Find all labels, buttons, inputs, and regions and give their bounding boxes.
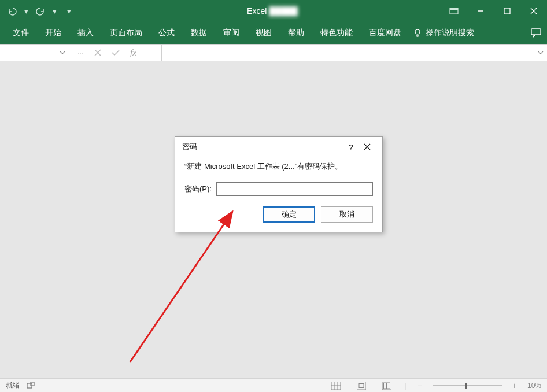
password-dialog: 密码 ? “新建 Microsoft Excel 工作表 (2...”有密码保护…: [175, 136, 383, 232]
tell-me-search[interactable]: 操作说明搜索: [413, 28, 474, 38]
view-page-layout-button[interactable]: [354, 380, 369, 391]
chevron-down-icon: [538, 50, 544, 56]
workspace: 密码 ? “新建 Microsoft Excel 工作表 (2...”有密码保护…: [0, 61, 547, 378]
tab-view[interactable]: 视图: [247, 22, 280, 44]
dialog-close-button[interactable]: [359, 139, 375, 155]
formula-bar: ⋮ fx: [0, 44, 547, 61]
tab-home[interactable]: 开始: [37, 22, 69, 44]
dialog-help-button[interactable]: ?: [343, 139, 359, 155]
tab-baidu-netdisk[interactable]: 百度网盘: [361, 22, 409, 44]
formula-controls: ⋮ fx: [69, 45, 162, 61]
svg-point-6: [415, 29, 420, 34]
window-title: Excel█████: [247, 6, 300, 16]
close-button[interactable]: [520, 0, 547, 22]
undo-button[interactable]: [5, 3, 20, 19]
tab-review[interactable]: 审阅: [215, 22, 247, 44]
formula-input[interactable]: [162, 45, 547, 61]
tab-insert[interactable]: 插入: [69, 22, 102, 44]
tab-help[interactable]: 帮助: [280, 22, 312, 44]
tab-features[interactable]: 特色功能: [312, 22, 361, 44]
minimize-button[interactable]: [467, 0, 494, 22]
grip-icon: ⋮: [77, 50, 84, 55]
tab-file[interactable]: 文件: [5, 22, 37, 44]
svg-rect-3: [504, 8, 510, 14]
svg-rect-17: [31, 382, 34, 386]
zoom-slider[interactable]: [433, 385, 502, 386]
window-controls: [441, 0, 547, 22]
macro-record-icon[interactable]: [27, 382, 35, 390]
tell-me-label: 操作说明搜索: [426, 28, 474, 38]
quick-access-toolbar: ▾ ▾ ▾: [5, 3, 72, 19]
zoom-out-button[interactable]: −: [417, 381, 422, 390]
password-label: 密码(P):: [184, 184, 212, 194]
title-bar: ▾ ▾ ▾ Excel█████: [0, 0, 547, 22]
comments-icon[interactable]: [531, 28, 541, 38]
status-bar: 就绪 | − + 10%: [0, 378, 547, 392]
view-page-break-button[interactable]: [379, 380, 394, 391]
svg-rect-25: [384, 383, 387, 389]
lightbulb-icon: [413, 28, 422, 38]
redo-button[interactable]: [33, 3, 48, 19]
tab-page-layout[interactable]: 页面布局: [102, 22, 150, 44]
dialog-titlebar: 密码 ?: [175, 137, 382, 157]
name-box[interactable]: [0, 45, 69, 61]
svg-rect-9: [531, 29, 541, 35]
svg-rect-26: [387, 383, 390, 389]
qat-customize-icon[interactable]: ▾: [66, 7, 72, 16]
zoom-in-button[interactable]: +: [512, 381, 517, 390]
status-ready: 就绪: [6, 380, 20, 390]
svg-line-15: [130, 212, 232, 362]
svg-rect-22: [357, 382, 366, 390]
undo-dropdown-icon[interactable]: ▾: [23, 7, 29, 16]
enter-formula-icon[interactable]: [112, 49, 120, 56]
chevron-down-icon: [60, 50, 65, 56]
cancel-formula-icon[interactable]: [94, 49, 101, 56]
svg-rect-1: [450, 8, 458, 10]
redo-dropdown-icon[interactable]: ▾: [51, 7, 58, 16]
dialog-message: “新建 Microsoft Excel 工作表 (2...”有密码保护。: [184, 161, 373, 172]
tab-data[interactable]: 数据: [183, 22, 215, 44]
cancel-button[interactable]: 取消: [321, 206, 373, 223]
svg-rect-23: [359, 383, 364, 387]
view-normal-button[interactable]: [328, 380, 343, 391]
ribbon-display-button[interactable]: [441, 0, 467, 22]
ok-button[interactable]: 确定: [263, 206, 315, 223]
tab-formulas[interactable]: 公式: [150, 22, 183, 44]
insert-function-button[interactable]: fx: [130, 48, 136, 58]
password-input[interactable]: [216, 182, 373, 196]
dialog-title: 密码: [182, 142, 197, 152]
maximize-button[interactable]: [494, 0, 520, 22]
ribbon-tabs: 文件 开始 插入 页面布局 公式 数据 审阅 视图 帮助 特色功能 百度网盘 操…: [0, 22, 547, 44]
zoom-value[interactable]: 10%: [527, 382, 541, 390]
